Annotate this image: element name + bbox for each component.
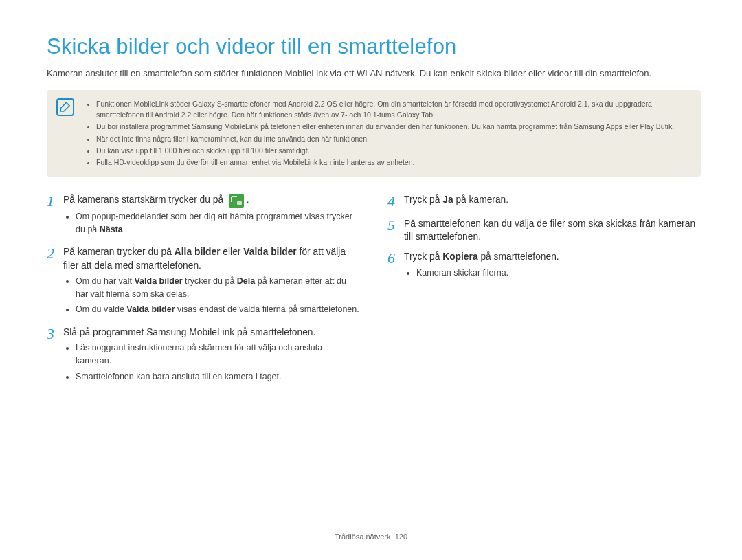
page-title: Skicka bilder och videor till en smartte… [47, 34, 701, 59]
intro-paragraph: Kameran ansluter till en smarttelefon so… [47, 67, 701, 80]
step-bullet: Om popup-meddelandet som ber dig att häm… [76, 210, 360, 236]
note-item: Du bör installera programmet Samsung Mob… [96, 121, 688, 132]
step-number: 5 [387, 217, 404, 244]
footer-page-number: 120 [395, 533, 407, 541]
step-number: 6 [387, 250, 404, 282]
step-bullet: Kameran skickar filerna. [416, 267, 559, 280]
mobilelink-app-icon [229, 194, 244, 208]
step-1: 1 På kamerans startskärm trycker du på .… [47, 193, 360, 238]
step-2: 2 På kameran trycker du på Alla bilder e… [47, 245, 360, 319]
step-text: På kameran trycker du på [63, 247, 175, 257]
step-4: 4 Tryck på Ja på kameran. [387, 193, 701, 210]
step-5: 5 På smarttelefonen kan du välja de file… [387, 217, 701, 244]
step-text: . [247, 194, 249, 205]
step-body: Tryck på Kopiera på smarttelefonen. Kame… [404, 250, 559, 282]
steps-columns: 1 På kamerans startskärm trycker du på .… [47, 193, 701, 392]
step-number: 3 [47, 326, 63, 386]
document-page: Skicka bilder och videor till en smartte… [0, 0, 742, 560]
step-3: 3 Slå på programmet Samsung MobileLink p… [47, 326, 360, 386]
step-text: På kamerans startskärm trycker du på [63, 194, 226, 205]
step-body: På kamerans startskärm trycker du på . O… [63, 193, 360, 238]
step-number: 2 [47, 245, 63, 319]
note-item: När det inte finns några filer i kameram… [96, 133, 688, 144]
page-footer: Trådlösa nätverk 120 [0, 533, 742, 541]
step-bullet: Läs noggrant instruktionerna på skärmen … [76, 341, 360, 368]
right-column: 4 Tryck på Ja på kameran. 5 På smarttele… [387, 193, 701, 392]
note-icon [56, 98, 74, 116]
note-item: Du kan visa upp till 1 000 filer och ski… [96, 145, 688, 156]
footer-section: Trådlösa nätverk [335, 533, 391, 541]
step-body: På smarttelefonen kan du välja de filer … [404, 217, 701, 244]
step-number: 1 [47, 193, 63, 238]
left-column: 1 På kamerans startskärm trycker du på .… [47, 193, 360, 392]
step-bullet: Om du valde Valda bilder visas endast de… [76, 303, 360, 316]
note-list: Funktionen MobileLink stöder Galaxy S-sm… [87, 98, 688, 168]
step-6: 6 Tryck på Kopiera på smarttelefonen. Ka… [387, 250, 701, 282]
step-body: Tryck på Ja på kameran. [404, 193, 508, 210]
note-item: Fulla HD-videoklipp som du överför till … [96, 157, 688, 168]
step-bullet: Om du har valt Valda bilder trycker du p… [76, 275, 360, 301]
step-bullet: Smarttelefonen kan bara ansluta till en … [76, 370, 360, 383]
step-text: På smarttelefonen kan du välja de filer … [404, 219, 695, 242]
step-body: På kameran trycker du på Alla bilder ell… [63, 245, 360, 319]
step-text: Slå på programmet Samsung MobileLink på … [63, 327, 315, 337]
note-item: Funktionen MobileLink stöder Galaxy S-sm… [96, 98, 688, 121]
step-body: Slå på programmet Samsung MobileLink på … [63, 326, 360, 386]
note-box: Funktionen MobileLink stöder Galaxy S-sm… [47, 90, 701, 177]
step-number: 4 [387, 193, 404, 210]
